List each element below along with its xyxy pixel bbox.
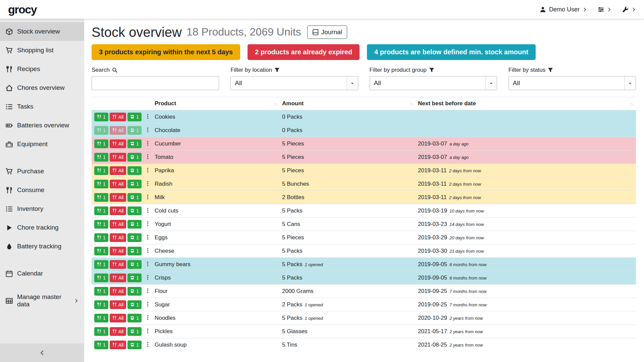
sidebar-item-purchase[interactable]: Purchase — [0, 162, 84, 181]
consume-all-button[interactable]: All — [110, 206, 126, 215]
consume-one-button[interactable]: 1 — [94, 327, 108, 336]
consume-all-button[interactable]: All — [110, 341, 126, 349]
consume-all-button[interactable]: All — [110, 327, 126, 336]
open-one-button[interactable]: 1 — [127, 126, 142, 135]
open-one-button[interactable]: 1 — [127, 206, 142, 215]
below-min-pill[interactable]: 4 products are below defined min. stock … — [367, 44, 536, 60]
sidebar-item-battery-tracking[interactable]: Battery tracking — [0, 237, 84, 256]
row-menu-button[interactable] — [144, 341, 152, 349]
consume-one-button[interactable]: 1 — [94, 300, 108, 309]
open-one-button[interactable]: 1 — [127, 247, 142, 255]
product-group-filter-select[interactable]: All — [370, 76, 497, 90]
consume-one-button[interactable]: 1 — [94, 153, 108, 162]
location-filter-select[interactable]: All — [230, 76, 358, 90]
consume-one-button[interactable]: 1 — [94, 274, 108, 282]
consume-all-button[interactable]: All — [110, 166, 126, 175]
row-menu-button[interactable] — [144, 274, 152, 282]
app-logo[interactable]: grocy — [8, 3, 37, 16]
open-one-button[interactable]: 1 — [127, 314, 142, 322]
sidebar-item-chore-tracking[interactable]: Chore tracking — [0, 218, 84, 237]
consume-one-button[interactable]: 1 — [94, 220, 108, 229]
open-one-button[interactable]: 1 — [127, 341, 142, 349]
open-one-button[interactable]: 1 — [127, 166, 142, 175]
open-one-button[interactable]: 1 — [127, 193, 142, 202]
open-one-button[interactable]: 1 — [127, 260, 142, 269]
row-menu-button[interactable] — [144, 126, 152, 134]
consume-one-button[interactable]: 1 — [94, 247, 108, 255]
sidebar-collapse-button[interactable] — [0, 344, 84, 362]
consume-one-button[interactable]: 1 — [94, 314, 108, 322]
consume-all-button[interactable]: All — [110, 247, 126, 255]
consume-all-button[interactable]: All — [110, 139, 126, 148]
open-one-button[interactable]: 1 — [127, 113, 142, 121]
open-one-button[interactable]: 1 — [127, 327, 142, 336]
consume-all-button[interactable]: All — [110, 126, 126, 135]
sidebar-item-stock-overview[interactable]: Stock overview — [0, 22, 84, 41]
consume-one-button[interactable]: 1 — [94, 287, 108, 296]
consume-all-button[interactable]: All — [110, 287, 126, 296]
sidebar-item-consume[interactable]: Consume — [0, 181, 84, 199]
row-menu-button[interactable] — [144, 314, 152, 322]
row-menu-button[interactable] — [144, 247, 152, 255]
consume-one-button[interactable]: 1 — [94, 193, 108, 202]
consume-one-button[interactable]: 1 — [94, 139, 108, 148]
expired-pill[interactable]: 2 products are already expired — [248, 44, 360, 60]
sidebar-item-batteries-overview[interactable]: Batteries overview — [0, 116, 84, 135]
sidebar-item-inventory[interactable]: Inventory — [0, 199, 84, 218]
row-menu-button[interactable] — [144, 301, 152, 309]
consume-one-button[interactable]: 1 — [94, 206, 108, 215]
row-menu-button[interactable] — [144, 153, 152, 161]
consume-all-button[interactable]: All — [110, 300, 126, 309]
sidebar-item-equipment[interactable]: Equipment — [0, 135, 84, 154]
open-one-button[interactable]: 1 — [127, 287, 142, 296]
consume-all-button[interactable]: All — [110, 153, 126, 162]
row-menu-button[interactable] — [144, 167, 152, 175]
open-one-button[interactable]: 1 — [127, 233, 142, 242]
sidebar-item-manage-master-data[interactable]: Manage master data — [0, 291, 84, 310]
expiring-pill[interactable]: 3 products expiring within the next 5 da… — [92, 44, 240, 60]
consume-all-button[interactable]: All — [110, 274, 126, 282]
column-header-next-best-before-date[interactable]: Next best before date↑↓ — [415, 97, 636, 110]
sort-icon[interactable]: ↑↓ — [410, 101, 413, 106]
consume-one-button[interactable]: 1 — [94, 113, 108, 121]
consume-all-button[interactable]: All — [110, 193, 126, 202]
open-one-button[interactable]: 1 — [127, 180, 142, 188]
sidebar-item-chores-overview[interactable]: Chores overview — [0, 78, 84, 97]
consume-one-button[interactable]: 1 — [94, 341, 108, 349]
search-input[interactable] — [92, 76, 219, 90]
consume-one-button[interactable]: 1 — [94, 260, 108, 269]
open-one-button[interactable]: 1 — [127, 274, 142, 282]
open-one-button[interactable]: 1 — [127, 139, 142, 148]
admin-menu[interactable] — [622, 6, 636, 13]
row-menu-button[interactable] — [144, 113, 152, 121]
sidebar-item-calendar[interactable]: Calendar — [0, 264, 84, 283]
row-menu-button[interactable] — [144, 207, 152, 215]
consume-one-button[interactable]: 1 — [94, 233, 108, 242]
consume-all-button[interactable]: All — [110, 220, 126, 229]
row-menu-button[interactable] — [144, 327, 152, 336]
row-menu-button[interactable] — [144, 260, 152, 268]
row-menu-button[interactable] — [144, 193, 152, 201]
consume-all-button[interactable]: All — [110, 314, 126, 322]
consume-one-button[interactable]: 1 — [94, 126, 108, 135]
journal-button[interactable]: Journal — [307, 25, 347, 39]
consume-all-button[interactable]: All — [110, 113, 126, 121]
row-menu-button[interactable] — [144, 140, 152, 148]
consume-one-button[interactable]: 1 — [94, 166, 108, 175]
open-one-button[interactable]: 1 — [127, 300, 142, 309]
row-menu-button[interactable] — [144, 220, 152, 228]
consume-all-button[interactable]: All — [110, 260, 126, 269]
column-header-product[interactable]: Product↑↓ — [152, 97, 279, 110]
sidebar-item-shopping-list[interactable]: Shopping list — [0, 41, 84, 60]
consume-all-button[interactable]: All — [110, 180, 126, 188]
sidebar-item-recipes[interactable]: Recipes — [0, 60, 84, 78]
column-header-amount[interactable]: Amount↑↓ — [279, 97, 415, 110]
sort-icon[interactable]: ↑↓ — [274, 101, 277, 106]
open-one-button[interactable]: 1 — [127, 220, 142, 229]
display-settings-menu[interactable] — [598, 6, 611, 13]
sidebar-item-tasks[interactable]: Tasks — [0, 97, 84, 116]
user-menu[interactable]: Demo User — [540, 6, 587, 13]
consume-all-button[interactable]: All — [110, 233, 126, 242]
sort-icon[interactable]: ↑↓ — [630, 101, 633, 106]
consume-one-button[interactable]: 1 — [94, 180, 108, 188]
